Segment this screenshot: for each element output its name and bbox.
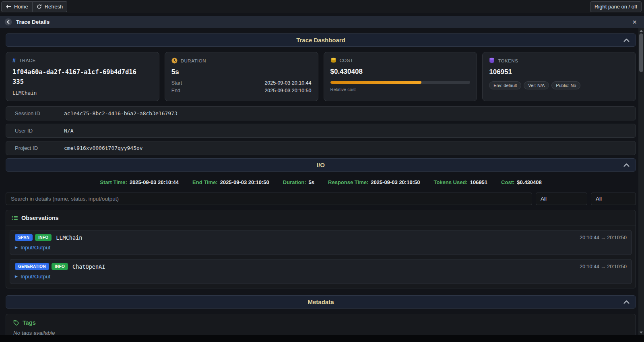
coins-icon bbox=[330, 58, 336, 63]
io-title: I/O bbox=[317, 162, 325, 168]
observations-title: Observations bbox=[21, 215, 59, 221]
stat-start-time-value: 2025-09-03 20:10:44 bbox=[130, 179, 179, 185]
trace-name: LLMChain bbox=[12, 90, 153, 96]
tokens-value: 106951 bbox=[489, 68, 629, 76]
observation-name: ChatOpenAI bbox=[72, 263, 105, 270]
observation-time-range: 20:10:44 → 20:10:50 bbox=[580, 235, 627, 240]
version-badge: Ver: N/A bbox=[524, 81, 549, 89]
refresh-icon bbox=[37, 4, 42, 9]
stat-tokens-used-label: Tokens Used: bbox=[433, 179, 467, 185]
clock-icon bbox=[171, 58, 178, 64]
window-bottom-edge bbox=[0, 335, 644, 342]
observation-time-range: 20:10:44 → 20:10:50 bbox=[580, 264, 627, 269]
observations-list: SPAN INFO LLMChain 20:10:44 → 20:10:50 ▶… bbox=[6, 226, 636, 288]
stat-end-time-value: 2025-09-03 20:10:50 bbox=[220, 179, 269, 185]
project-id-label: Project ID bbox=[15, 145, 64, 151]
metadata-chevron-up-icon[interactable] bbox=[623, 300, 630, 304]
start-label: Start bbox=[171, 80, 182, 86]
top-toolbar: Home Refresh Right pane on / off bbox=[0, 0, 644, 13]
observations-panel: Observations SPAN INFO LLMChain 20:10:44… bbox=[6, 210, 636, 288]
scroll-up-icon[interactable] bbox=[638, 28, 644, 33]
refresh-button[interactable]: Refresh bbox=[33, 1, 68, 12]
user-id-value: N/A bbox=[64, 128, 73, 134]
observations-header: Observations bbox=[6, 210, 636, 226]
scrollbar-thumb[interactable] bbox=[639, 33, 643, 72]
input-output-toggle[interactable]: ▶ Input/Output bbox=[15, 245, 50, 251]
cost-card-header: COST bbox=[330, 58, 471, 63]
observation-row-main: GENERATION INFO ChatOpenAI 20:10:44 → 20… bbox=[15, 263, 627, 270]
session-id-label: Session ID bbox=[15, 110, 64, 116]
stat-response-time-label: Response Time: bbox=[328, 179, 368, 185]
cost-value: $0.430408 bbox=[330, 68, 471, 76]
trace-card-header: # TRACE bbox=[12, 58, 153, 63]
nav-button-group: Home Refresh bbox=[1, 1, 67, 12]
dashboard-chevron-up-icon[interactable] bbox=[623, 38, 630, 42]
metadata-title: Metadata bbox=[308, 298, 334, 305]
back-arrow-icon bbox=[6, 4, 11, 9]
info-level-badge: INFO bbox=[35, 234, 52, 241]
env-badge: Env: default bbox=[489, 81, 521, 89]
observation-row-main: SPAN INFO LLMChain 20:10:44 → 20:10:50 bbox=[15, 234, 627, 241]
tokens-card-header: TOKENS bbox=[489, 58, 629, 64]
scroll-down-icon[interactable] bbox=[638, 330, 644, 335]
duration-card-label: DURATION bbox=[181, 58, 206, 63]
end-row: End 2025-09-03 20:10:50 bbox=[171, 88, 312, 93]
stat-end-time: End Time: 2025-09-03 20:10:50 bbox=[192, 179, 269, 185]
trace-dashboard-title: Trace Dashboard bbox=[296, 37, 345, 44]
io-stats-row: Start Time: 2025-09-03 20:10:44 End Time… bbox=[6, 177, 636, 187]
stat-duration-label: Duration: bbox=[283, 179, 306, 185]
duration-card: DURATION 5s Start 2025-09-03 20:10:44 En… bbox=[165, 52, 318, 101]
span-type-badge: SPAN bbox=[15, 234, 33, 241]
observation-name: LLMChain bbox=[56, 234, 82, 241]
public-badge: Public: No bbox=[551, 81, 580, 89]
header-left: Trace Details bbox=[4, 18, 50, 26]
vertical-scrollbar[interactable] bbox=[638, 28, 644, 335]
end-value: 2025-09-03 20:10:50 bbox=[264, 88, 311, 93]
right-pane-toggle-button[interactable]: Right pane on / off bbox=[590, 1, 642, 12]
stat-cost-value: $0.430408 bbox=[517, 179, 541, 185]
tags-title-label: Tags bbox=[23, 319, 36, 326]
metadata-section-header[interactable]: Metadata bbox=[6, 295, 636, 309]
caret-right-icon: ▶ bbox=[15, 246, 18, 249]
back-circle-icon[interactable] bbox=[4, 18, 12, 26]
project-id-value: cmel916xv0006t707qyy945ov bbox=[64, 145, 143, 151]
start-value: 2025-09-03 20:10:44 bbox=[264, 80, 311, 86]
observation-row: SPAN INFO LLMChain 20:10:44 → 20:10:50 ▶… bbox=[10, 230, 632, 255]
stat-duration: Duration: 5s bbox=[283, 179, 314, 185]
io-search-row: All All bbox=[6, 193, 636, 205]
stat-cost: Cost: $0.430408 bbox=[501, 179, 542, 185]
tags-header: Tags bbox=[13, 319, 628, 326]
refresh-button-label: Refresh bbox=[45, 4, 63, 10]
user-id-row: User ID N/A bbox=[6, 124, 636, 138]
stat-cost-label: Cost: bbox=[501, 179, 514, 185]
home-button[interactable]: Home bbox=[1, 1, 33, 12]
input-output-toggle-label: Input/Output bbox=[21, 274, 50, 280]
cost-progress-fill bbox=[330, 81, 421, 84]
observation-row: GENERATION INFO ChatOpenAI 20:10:44 → 20… bbox=[10, 259, 632, 284]
duration-card-header: DURATION bbox=[171, 58, 312, 64]
session-id-row: Session ID ac1e4c75-8bc2-4416-b6a2-a8cb3… bbox=[6, 106, 636, 120]
trace-dashboard-section-header[interactable]: Trace Dashboard bbox=[6, 33, 636, 47]
trace-details-header: Trace Details × bbox=[0, 16, 644, 28]
cost-card: COST $0.430408 Relative cost bbox=[324, 52, 477, 101]
close-icon[interactable]: × bbox=[631, 18, 638, 26]
type-filter-select[interactable]: All bbox=[536, 193, 587, 205]
input-output-toggle[interactable]: ▶ Input/Output bbox=[15, 274, 50, 280]
stat-start-time-label: Start Time: bbox=[100, 179, 127, 185]
info-level-badge: INFO bbox=[52, 263, 68, 270]
io-section-header[interactable]: I/O bbox=[6, 158, 636, 172]
search-input[interactable] bbox=[6, 193, 532, 205]
status-filter-select[interactable]: All bbox=[591, 193, 636, 205]
stat-tokens-used: Tokens Used: 106951 bbox=[433, 179, 487, 185]
tag-icon bbox=[13, 320, 19, 326]
tokens-card-label: TOKENS bbox=[498, 58, 518, 63]
trace-card-label: TRACE bbox=[19, 58, 35, 63]
database-icon bbox=[489, 58, 495, 64]
stat-response-time-value: 2025-09-03 20:10:50 bbox=[371, 179, 420, 185]
stat-start-time: Start Time: 2025-09-03 20:10:44 bbox=[100, 179, 179, 185]
session-id-value: ac1e4c75-8bc2-4416-b6a2-a8cb3e167973 bbox=[64, 110, 178, 116]
cost-progress-track bbox=[330, 81, 471, 84]
project-id-row: Project ID cmel916xv0006t707qyy945ov bbox=[6, 141, 636, 155]
stat-end-time-label: End Time: bbox=[192, 179, 218, 185]
io-chevron-up-icon[interactable] bbox=[623, 163, 630, 167]
